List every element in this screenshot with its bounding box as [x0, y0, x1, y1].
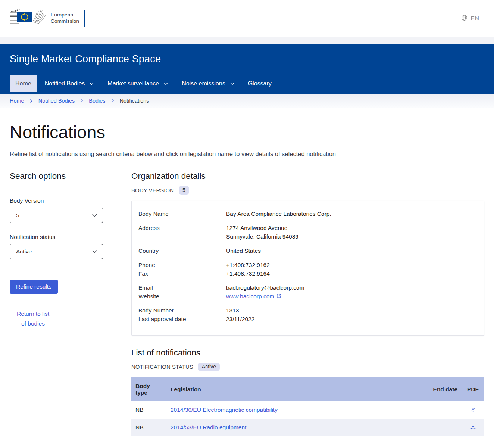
table-header-row: Body type Legislation End date PDF — [131, 377, 484, 401]
nav-item-label: Notified Bodies — [45, 80, 85, 87]
table-row: NB 2014/53/EU Radio equipment — [131, 419, 484, 436]
external-link-icon — [276, 292, 281, 301]
last-approval-date-value: 23/11/2022 — [226, 315, 254, 323]
globe-icon — [461, 15, 468, 22]
language-selector[interactable]: EN — [461, 15, 479, 22]
nav-item-label: Home — [15, 80, 31, 87]
list-of-notifications-heading: List of notifications — [131, 348, 484, 358]
notification-status-select[interactable]: Active — [10, 244, 103, 259]
email-label: Email — [138, 283, 226, 292]
ec-logo-text: European Commission — [51, 12, 79, 25]
site-header: European Commission EN — [0, 0, 494, 37]
table-row: NB 2014/30/EU Electromagnetic compatibil… — [131, 401, 484, 419]
organization-details-heading: Organization details — [131, 171, 484, 181]
notification-status-selected-value: Active — [16, 248, 32, 255]
nav-item-notified-bodies[interactable]: Notified Bodies — [39, 75, 100, 92]
return-to-list-button[interactable]: Return to list of bodies — [10, 305, 56, 333]
search-options-heading: Search options — [10, 171, 131, 181]
ec-logo-divider — [84, 10, 85, 27]
body-type-cell: NB — [131, 419, 166, 436]
column-header-body-type: Body type — [131, 377, 166, 401]
return-button-line1: Return to list — [13, 309, 53, 319]
chevron-down-icon — [92, 212, 97, 219]
breadcrumb: Home Notified Bodies Bodies Notification… — [0, 94, 494, 108]
country-value: United States — [226, 246, 261, 255]
phone-value: +1:408:732:9162 — [226, 261, 270, 269]
website-url: www.baclcorp.com — [226, 292, 274, 301]
chevron-down-icon — [163, 82, 168, 85]
fax-label: Fax — [138, 269, 226, 278]
last-approval-date-label: Last approval date — [138, 315, 226, 323]
breadcrumb-home[interactable]: Home — [10, 98, 24, 104]
body-number-value: 1313 — [226, 306, 239, 315]
fax-value: +1:408:732:9164 — [226, 269, 270, 278]
nav-item-label: Market surveillance — [107, 80, 159, 87]
body-type-cell: NB — [131, 401, 166, 419]
ec-logo-line1: European — [51, 12, 79, 18]
column-header-end-date: End date — [413, 377, 461, 401]
page-title: Notifications — [10, 122, 484, 142]
legislation-link[interactable]: 2014/30/EU Electromagnetic compatibility — [171, 407, 278, 413]
chevron-right-icon — [80, 99, 83, 103]
refine-results-button[interactable]: Refine results — [10, 280, 58, 294]
body-version-label: Body Version — [10, 197, 131, 204]
nav-item-label: Glossary — [248, 80, 272, 87]
address-line2: Sunnyvale, California 94089 — [226, 232, 298, 241]
chevron-down-icon — [230, 82, 235, 85]
phone-label: Phone — [138, 261, 226, 269]
nav-item-home[interactable]: Home — [10, 75, 37, 92]
chevron-right-icon — [111, 99, 114, 103]
download-icon[interactable] — [470, 424, 476, 430]
body-version-badge[interactable]: 5 — [179, 186, 189, 195]
body-version-select[interactable]: 5 — [10, 208, 103, 223]
main-nav: Home Notified Bodies Market surveillance… — [10, 75, 484, 92]
column-header-legislation: Legislation — [166, 377, 413, 401]
legislation-link[interactable]: 2014/53/EU Radio equipment — [171, 424, 246, 431]
app-title: Single Market Compliance Space — [10, 53, 484, 65]
chevron-down-icon — [92, 248, 97, 255]
body-version-selected-value: 5 — [16, 212, 19, 219]
notification-status-label: Notification status — [10, 234, 131, 240]
address-line1: 1274 Anvilwood Avenue — [226, 224, 298, 232]
nav-item-label: Noise emissions — [182, 80, 225, 87]
email-value: bacl.regulatory@baclcorp.com — [226, 283, 304, 292]
breadcrumb-current: Notifications — [120, 98, 149, 104]
end-date-cell — [413, 419, 461, 436]
search-options-panel: Search options Body Version 5 Notificati… — [10, 171, 131, 436]
body-name-value: Bay Area Compliance Laboratories Corp. — [226, 209, 331, 218]
body-name-label: Body Name — [138, 209, 226, 218]
notifications-table: Body type Legislation End date PDF NB 20… — [131, 377, 484, 436]
breadcrumb-notified-bodies[interactable]: Notified Bodies — [38, 98, 75, 104]
breadcrumb-bodies[interactable]: Bodies — [89, 98, 105, 104]
app-banner: Single Market Compliance Space Home Noti… — [0, 44, 494, 94]
main-content: Notifications Refine list of notificatio… — [0, 122, 494, 436]
body-version-meta-label: BODY VERSION — [131, 187, 174, 193]
language-code: EN — [470, 15, 479, 22]
nav-item-noise-emissions[interactable]: Noise emissions — [176, 75, 240, 92]
page-subtitle: Refine list of notifications using searc… — [10, 150, 484, 158]
website-link[interactable]: www.baclcorp.com — [226, 292, 281, 301]
header-divider-strip — [0, 37, 494, 44]
european-commission-logo[interactable]: European Commission — [10, 7, 85, 30]
website-label: Website — [138, 292, 226, 301]
chevron-down-icon — [89, 82, 94, 85]
address-value: 1274 Anvilwood Avenue Sunnyvale, Califor… — [226, 224, 298, 241]
column-header-pdf: PDF — [461, 377, 484, 401]
chevron-right-icon — [30, 99, 33, 103]
notification-status-meta-label: NOTIFICATION STATUS — [131, 364, 193, 370]
organization-details-card: Body Name Bay Area Compliance Laboratori… — [131, 201, 484, 336]
address-label: Address — [138, 224, 226, 241]
end-date-cell — [413, 401, 461, 419]
ec-logo-line2: Commission — [51, 18, 79, 25]
return-button-line2: of bodies — [13, 319, 53, 329]
notification-status-badge[interactable]: Active — [198, 363, 220, 371]
details-panel: Organization details BODY VERSION 5 Body… — [131, 171, 484, 436]
ec-flag-icon — [10, 7, 47, 30]
country-label: Country — [138, 246, 226, 255]
nav-item-glossary[interactable]: Glossary — [243, 75, 277, 92]
nav-item-market-surveillance[interactable]: Market surveillance — [102, 75, 174, 92]
download-icon[interactable] — [470, 406, 476, 412]
body-number-label: Body Number — [138, 306, 226, 315]
